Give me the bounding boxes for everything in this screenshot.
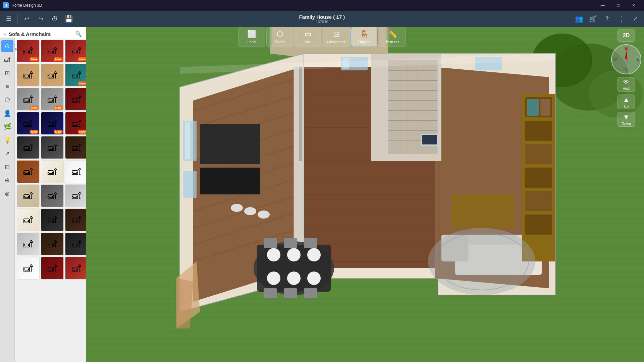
list-item[interactable]: 🛋: [41, 233, 64, 255]
history-button[interactable]: ⏱: [49, 13, 61, 25]
nav-icon-person[interactable]: 👤: [1, 107, 13, 119]
grid-row: 🛋 🛋 🛋New: [17, 64, 84, 86]
list-item[interactable]: 🛋: [41, 184, 64, 207]
grid-row: 🛋 🛋 🛋: [17, 184, 84, 207]
item-preview: 🛋: [65, 257, 86, 279]
item-preview: 🛋: [65, 136, 86, 159]
list-item[interactable]: 🛋New: [17, 112, 40, 135]
svg-rect-62: [200, 124, 260, 164]
svg-rect-80: [304, 288, 317, 298]
list-item[interactable]: 🛋: [17, 64, 40, 86]
list-item[interactable]: 🛋New: [17, 40, 40, 62]
list-item[interactable]: 🛋: [17, 257, 40, 280]
maximize-button[interactable]: □: [610, 0, 626, 11]
tab-land-label: Land: [248, 40, 256, 44]
back-button[interactable]: ‹: [4, 31, 6, 38]
list-item[interactable]: 🛋: [17, 160, 40, 183]
undo-button[interactable]: ↩: [20, 13, 33, 25]
grid-row: 🛋New 🛋New 🛋: [17, 88, 84, 111]
tab-textures[interactable]: ✏️ Textures: [379, 27, 406, 47]
tab-wall-label: Wall: [305, 40, 312, 44]
main-viewport[interactable]: [86, 27, 644, 362]
menu-button[interactable]: ☰: [3, 13, 15, 25]
list-item[interactable]: 🛋: [17, 136, 40, 159]
svg-rect-44: [294, 67, 304, 268]
list-item[interactable]: 🛋: [17, 208, 40, 231]
compass[interactable]: N S E W: [611, 44, 641, 74]
list-item[interactable]: 🛋: [65, 233, 86, 255]
fullscreen-button[interactable]: ⤢: [629, 13, 641, 25]
new-badge: New: [54, 106, 63, 110]
list-item[interactable]: 🛋: [17, 184, 40, 207]
list-item[interactable]: 🛋: [41, 257, 64, 280]
nav-icon-light[interactable]: 💡: [1, 134, 13, 146]
list-item[interactable]: 🛋New: [65, 112, 86, 135]
eye-icon: 👁: [623, 79, 629, 86]
nav-icon-misc[interactable]: ⊗: [1, 188, 13, 200]
list-item[interactable]: 🛋: [41, 136, 64, 159]
item-grid: 🛋New 🛋New 🛋New 🛋 🛋 🛋New 🛋New 🛋New 🛋 🛋New…: [15, 38, 86, 362]
svg-rect-45: [299, 67, 302, 161]
up-button[interactable]: ▲ Up: [618, 95, 635, 109]
right-controls: 2D N S E W 👁 Visit ▲ Up ▼ Down: [611, 29, 641, 127]
list-item[interactable]: 🛋: [41, 160, 64, 183]
svg-rect-94: [183, 121, 197, 161]
nav-icon-plant[interactable]: 🌿: [1, 121, 13, 133]
tab-objects[interactable]: 🪑 Objects: [351, 27, 378, 47]
list-item[interactable]: 🛋: [65, 88, 86, 111]
search-toggle-button[interactable]: 🔍: [75, 31, 82, 37]
list-item[interactable]: 🛋: [17, 233, 40, 255]
list-item[interactable]: 🛋New: [17, 88, 40, 111]
tab-architecture[interactable]: ⊟ Architecture: [323, 27, 350, 47]
svg-rect-5: [86, 27, 644, 362]
list-item[interactable]: 🛋: [41, 64, 64, 86]
land-icon: ⬜: [247, 30, 256, 39]
tab-room[interactable]: ⬡ Room: [266, 27, 293, 47]
list-item[interactable]: 🛋New: [41, 88, 64, 111]
list-item[interactable]: 🛋: [65, 257, 86, 280]
item-preview: 🛋: [17, 209, 39, 231]
list-item[interactable]: 🛋: [41, 208, 64, 231]
list-item[interactable]: 🛋New: [65, 40, 86, 62]
svg-point-65: [244, 207, 256, 215]
tab-wall[interactable]: ▭ Wall: [294, 27, 321, 47]
people-button[interactable]: 👥: [573, 13, 585, 25]
more-button[interactable]: ⋮: [615, 13, 627, 25]
save-button[interactable]: 💾: [63, 13, 75, 25]
svg-rect-84: [441, 235, 468, 261]
down-button[interactable]: ▼ Down: [618, 112, 635, 127]
list-item[interactable]: 🛋: [65, 136, 86, 159]
grid-row: 🛋 🛋 🛋: [17, 257, 84, 280]
item-preview: 🛋: [17, 161, 39, 183]
redo-button[interactable]: ↪: [35, 13, 47, 25]
tab-objects-label: Objects: [358, 40, 370, 44]
list-item[interactable]: 🛋New: [41, 40, 64, 62]
up-arrow-icon: ▲: [623, 96, 630, 104]
nav-icon-home[interactable]: ⊙: [1, 40, 13, 52]
view-mode-2d-button[interactable]: 2D: [618, 29, 635, 42]
nav-icon-stairs[interactable]: ↗: [1, 147, 13, 160]
svg-marker-19: [193, 67, 301, 302]
list-item[interactable]: 🛋New: [41, 112, 64, 135]
up-label: Up: [624, 104, 629, 108]
close-button[interactable]: ✕: [626, 0, 641, 11]
svg-marker-18: [438, 54, 555, 295]
nav-icon-living[interactable]: 🛋: [1, 54, 13, 66]
help-button[interactable]: ?: [601, 13, 613, 25]
nav-icon-group[interactable]: ⊕: [1, 174, 13, 186]
list-item[interactable]: 🛋: [65, 208, 86, 231]
cart-button[interactable]: 🛒: [587, 13, 599, 25]
visit-button[interactable]: 👁 Visit: [618, 77, 635, 92]
nav-icon-layers[interactable]: ≡: [1, 80, 13, 93]
project-title-center: Family House ( 17 ) 1676 ft²: [299, 14, 345, 24]
item-preview: 🛋: [17, 257, 39, 279]
list-item[interactable]: 🛋: [65, 184, 86, 207]
list-item[interactable]: 🛋: [65, 160, 86, 183]
nav-icon-fence[interactable]: ⊟: [1, 161, 13, 173]
minimize-button[interactable]: —: [595, 0, 610, 11]
compass-arrow-south: [625, 58, 628, 69]
list-item[interactable]: 🛋New: [65, 64, 86, 86]
nav-icon-shape[interactable]: ⬠: [1, 94, 13, 106]
nav-icon-grid[interactable]: ⊞: [1, 67, 13, 79]
tab-land[interactable]: ⬜ Land: [238, 27, 265, 47]
